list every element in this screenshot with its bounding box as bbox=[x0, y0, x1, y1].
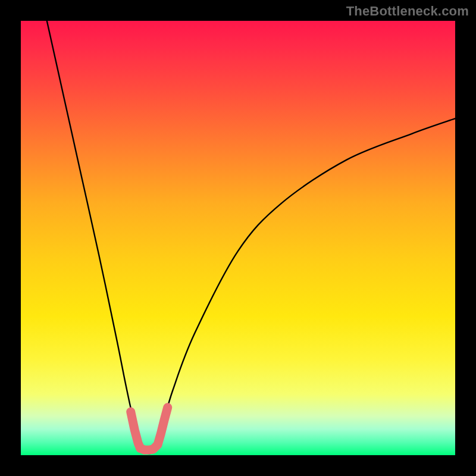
highlight-right bbox=[158, 408, 168, 445]
chart-frame: TheBottleneck.com bbox=[0, 0, 476, 476]
bottleneck-curve bbox=[47, 21, 455, 453]
watermark-text: TheBottleneck.com bbox=[346, 4, 469, 19]
curve-layer bbox=[21, 21, 455, 455]
plot-area bbox=[21, 21, 455, 455]
highlight-left bbox=[131, 412, 140, 448]
